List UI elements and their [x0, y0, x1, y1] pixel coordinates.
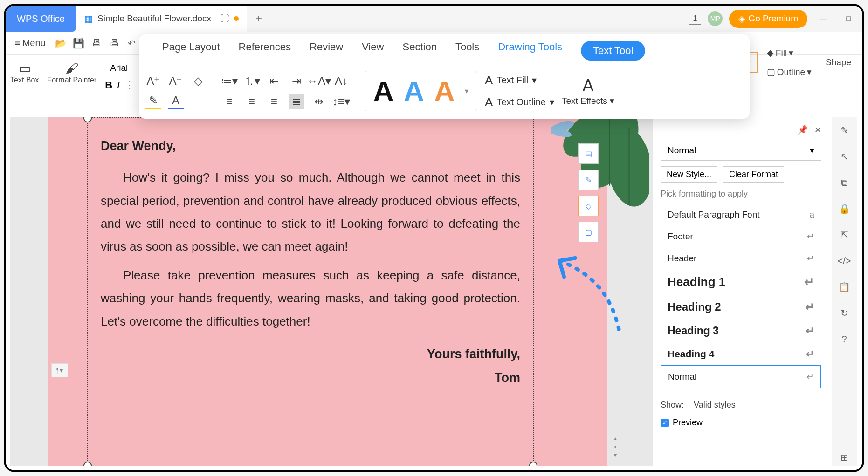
- dock-share-icon[interactable]: ⇱: [836, 226, 853, 243]
- letter-paragraph-2[interactable]: Please take prevention measures such as …: [101, 264, 520, 333]
- current-style-select[interactable]: Normal▾: [661, 140, 821, 161]
- document-tab[interactable]: ▦ Simple Beautiful Flower.docx ⛶: [76, 6, 247, 32]
- app-tab[interactable]: WPS Office: [6, 6, 76, 32]
- dock-grid-icon[interactable]: ⊞: [836, 449, 853, 466]
- minimize-button[interactable]: —: [814, 9, 833, 28]
- tab-section[interactable]: Section: [403, 41, 437, 61]
- clear-format-button[interactable]: Clear Format: [723, 166, 784, 183]
- close-panel-icon[interactable]: ✕: [814, 125, 821, 135]
- wrap-square-icon[interactable]: ◇: [578, 196, 599, 216]
- preview-checkbox[interactable]: ✓Preview: [661, 418, 821, 428]
- letter-closing[interactable]: Yours faithfully,: [101, 342, 520, 366]
- pin-icon[interactable]: 📌: [798, 125, 808, 135]
- letter-signature[interactable]: Tom: [101, 366, 520, 390]
- line-spacing-icon[interactable]: ↕≡▾: [333, 94, 349, 109]
- letter-paragraph-1[interactable]: How's it going? I miss you so much. Alth…: [101, 166, 520, 258]
- italic-button[interactable]: I: [117, 79, 120, 91]
- print-icon[interactable]: 🖶: [90, 36, 103, 50]
- dock-lock-icon[interactable]: 🔒: [836, 200, 853, 217]
- open-icon[interactable]: 📂: [54, 36, 68, 50]
- outline-button[interactable]: ▢ Outline ▾: [762, 64, 816, 80]
- show-select[interactable]: Valid styles: [689, 398, 821, 412]
- paragraph-layout-icon[interactable]: ¶▾: [51, 363, 68, 377]
- wrap-behind-icon[interactable]: ▢: [578, 222, 599, 242]
- align-right-icon[interactable]: ≡: [266, 94, 282, 109]
- fill-button[interactable]: ◆ Fill ▾: [762, 45, 816, 61]
- wrap-edit-icon[interactable]: ✎: [578, 170, 599, 190]
- text-box-button[interactable]: ▭ Text Box: [10, 61, 39, 84]
- window-count-badge[interactable]: 1: [689, 13, 701, 25]
- dock-history-icon[interactable]: ↻: [836, 305, 853, 321]
- decrease-indent-icon[interactable]: ⇤: [266, 73, 282, 89]
- style-default-paragraph-font[interactable]: Default Paragraph Fonta: [661, 204, 821, 225]
- style-heading-2[interactable]: Heading 2↵: [661, 295, 821, 319]
- tab-references[interactable]: References: [239, 41, 291, 61]
- resize-handle[interactable]: [83, 462, 92, 466]
- text-effects-button[interactable]: A Text Effects ▾: [562, 76, 614, 106]
- dock-select-icon[interactable]: ↖: [836, 148, 853, 165]
- tab-view[interactable]: View: [362, 41, 384, 61]
- document-title: Simple Beautiful Flower.docx: [97, 14, 211, 24]
- bullets-icon[interactable]: ≔▾: [221, 73, 237, 89]
- tab-review[interactable]: Review: [310, 41, 343, 61]
- highlight-icon[interactable]: ✎: [145, 94, 161, 109]
- text-direction-icon[interactable]: A↓: [333, 73, 349, 89]
- text-outline-button[interactable]: AText Outline ▾: [485, 95, 554, 109]
- format-painter-button[interactable]: 🖌 Format Painter: [47, 61, 96, 84]
- clear-format-icon[interactable]: ◇: [190, 73, 206, 89]
- align-center-icon[interactable]: ≡: [244, 94, 260, 109]
- resize-handle[interactable]: [83, 117, 92, 122]
- scrollbar[interactable]: ▴▪▾: [612, 435, 619, 458]
- increase-indent-icon[interactable]: ⇥: [289, 73, 304, 89]
- tab-drawing-tools[interactable]: Drawing Tools: [498, 41, 562, 61]
- layout-options: ▤ ✎ ◇ ▢: [578, 143, 599, 242]
- grow-font-icon[interactable]: A⁺: [145, 73, 161, 89]
- tab-page-layout[interactable]: Page Layout: [162, 41, 220, 61]
- present-icon[interactable]: ⛶: [220, 14, 229, 24]
- style-heading-1[interactable]: Heading 1↵: [661, 269, 821, 295]
- tab-tools[interactable]: Tools: [455, 41, 479, 61]
- text-fill-button[interactable]: AText Fill ▾: [485, 73, 554, 88]
- text-style-a3[interactable]: A: [434, 75, 455, 107]
- numbering-icon[interactable]: ⒈▾: [244, 73, 260, 89]
- more-styles-dropdown[interactable]: ▾: [465, 87, 468, 95]
- dock-copy-icon[interactable]: ⧉: [836, 174, 853, 191]
- style-header[interactable]: Header↵: [661, 247, 821, 269]
- resize-handle[interactable]: [529, 462, 537, 466]
- maximize-button[interactable]: □: [839, 9, 858, 28]
- modified-dot-icon: [234, 16, 239, 21]
- wrap-inline-icon[interactable]: ▤: [578, 143, 599, 164]
- shape-button[interactable]: Shape: [821, 54, 856, 70]
- dock-code-icon[interactable]: </>: [836, 252, 853, 269]
- new-style-button[interactable]: New Style...: [661, 166, 717, 183]
- go-premium-button[interactable]: ◈Go Premium: [729, 10, 807, 28]
- justify-icon[interactable]: ≣: [289, 94, 304, 109]
- align-left-icon[interactable]: ≡: [221, 94, 237, 109]
- text-style-a2[interactable]: A: [404, 75, 424, 107]
- style-normal[interactable]: Normal↵: [661, 365, 821, 388]
- dock-clipboard-icon[interactable]: 📋: [836, 279, 853, 295]
- style-footer[interactable]: Footer↵: [661, 225, 821, 247]
- tab-text-tool[interactable]: Text Tool: [581, 41, 645, 61]
- ribbon-popup: Page Layout References Review View Secti…: [139, 34, 750, 119]
- avatar[interactable]: MP: [708, 11, 723, 26]
- distributed-icon[interactable]: ⇹: [311, 94, 327, 109]
- text-style-a1[interactable]: A: [373, 75, 393, 107]
- add-tab-button[interactable]: +: [247, 6, 270, 32]
- char-scale-icon[interactable]: ↔A▾: [311, 73, 327, 89]
- letter-greeting[interactable]: Dear Wendy,: [101, 134, 520, 158]
- undo-icon[interactable]: ↶: [125, 36, 139, 50]
- side-dock: ✎ ↖ ⧉ 🔒 ⇱ </> 📋 ↻ ? ⊞: [832, 117, 857, 466]
- style-heading-4[interactable]: Heading 4↵: [661, 343, 821, 365]
- dock-help-icon[interactable]: ?: [836, 331, 853, 347]
- title-bar: WPS Office ▦ Simple Beautiful Flower.doc…: [6, 6, 862, 32]
- print-preview-icon[interactable]: 🖶: [107, 36, 121, 50]
- bold-button[interactable]: B: [105, 79, 112, 91]
- dock-edit-icon[interactable]: ✎: [836, 122, 853, 139]
- text-frame[interactable]: Dear Wendy, How's it going? I miss you s…: [87, 117, 534, 466]
- shrink-font-icon[interactable]: A⁻: [168, 73, 184, 89]
- save-icon[interactable]: 💾: [72, 36, 86, 50]
- style-heading-3[interactable]: Heading 3↵: [661, 319, 821, 343]
- menu-button[interactable]: ≡ Menu: [10, 35, 50, 51]
- font-color-icon[interactable]: A: [168, 94, 184, 109]
